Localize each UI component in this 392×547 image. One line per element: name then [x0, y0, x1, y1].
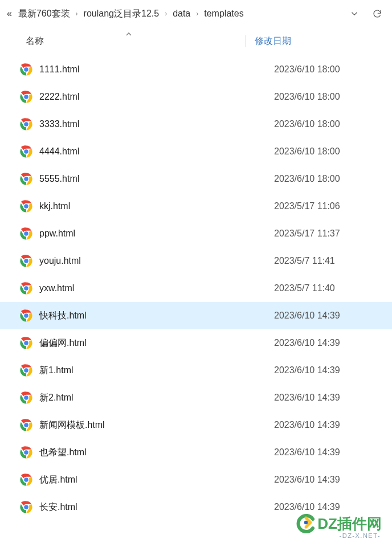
file-name-cell: 快科技.html	[20, 309, 265, 322]
file-name-label: 2222.html	[39, 92, 79, 102]
breadcrumb-overflow[interactable]: «	[7, 9, 13, 19]
file-date-label: 2023/6/10 14:39	[274, 447, 340, 457]
chrome-html-icon	[20, 200, 32, 213]
breadcrumb-item-3[interactable]: templates	[204, 9, 243, 19]
file-date-label: 2023/6/10 14:39	[274, 475, 340, 484]
svg-point-38	[24, 395, 28, 399]
file-name-label: 新2.html	[39, 392, 74, 404]
file-name-cell: 1111.html	[20, 63, 265, 76]
column-header-date[interactable]: 修改日期	[245, 35, 392, 47]
file-name-cell: 3333.html	[20, 118, 265, 130]
file-name-cell: 长安.html	[20, 501, 265, 513]
file-row[interactable]: 快科技.html2023/6/10 14:39	[0, 302, 392, 329]
svg-point-29	[24, 313, 28, 317]
file-name-label: 3333.html	[39, 119, 79, 129]
svg-point-5	[24, 95, 28, 99]
file-row[interactable]: 偏偏网.html2023/6/10 14:39	[0, 329, 392, 357]
file-date-cell: 2023/6/10 18:00	[265, 174, 392, 184]
file-date-label: 2023/6/10 18:00	[274, 146, 340, 156]
file-row[interactable]: 新1.html2023/6/10 14:39	[0, 357, 392, 384]
file-name-label: 新闻网模板.html	[39, 419, 105, 431]
file-name-label: 4444.html	[39, 146, 79, 157]
chrome-html-icon	[20, 118, 32, 130]
file-row[interactable]: ppw.html2023/5/17 11:37	[0, 220, 392, 247]
chevron-up-icon	[125, 31, 132, 38]
file-date-label: 2023/6/10 18:00	[274, 174, 340, 183]
file-name-cell: 优居.html	[20, 473, 265, 486]
file-date-cell: 2023/6/10 18:00	[265, 64, 392, 75]
svg-point-14	[24, 177, 28, 181]
file-date-cell: 2023/6/10 14:39	[265, 365, 392, 375]
file-name-label: 新1.html	[39, 365, 74, 377]
file-date-label: 2023/5/7 11:41	[274, 256, 335, 266]
file-row[interactable]: 2222.html2023/6/10 18:00	[0, 83, 392, 111]
file-row[interactable]: yxw.html2023/5/7 11:40	[0, 275, 392, 302]
file-date-label: 2023/5/7 11:40	[274, 283, 335, 293]
file-date-cell: 2023/6/10 14:39	[265, 420, 392, 430]
chrome-html-icon	[20, 255, 32, 267]
file-row[interactable]: 4444.html2023/6/10 18:00	[0, 138, 392, 165]
breadcrumb: « 最新760套装 › roulang泛目录12.5 › data › temp…	[7, 8, 340, 20]
file-date-label: 2023/6/10 14:39	[274, 338, 340, 348]
file-date-label: 2023/6/10 18:00	[274, 119, 340, 129]
address-bar: « 最新760套装 › roulang泛目录12.5 › data › temp…	[0, 0, 392, 27]
breadcrumb-sep: ›	[196, 10, 198, 18]
refresh-icon	[372, 9, 382, 19]
file-row[interactable]: 新2.html2023/6/10 14:39	[0, 384, 392, 411]
column-header-date-label: 修改日期	[255, 35, 291, 47]
file-name-cell: 新1.html	[20, 364, 265, 377]
watermark-text: DZ插件网	[317, 514, 382, 534]
svg-point-2	[24, 67, 28, 71]
breadcrumb-item-1[interactable]: roulang泛目录12.5	[84, 8, 160, 20]
breadcrumb-sep: ›	[76, 10, 78, 18]
file-name-cell: 4444.html	[20, 145, 265, 158]
svg-point-32	[24, 341, 28, 345]
file-row[interactable]: kkj.html2023/5/17 11:06	[0, 193, 392, 220]
file-date-label: 2023/6/10 14:39	[274, 393, 340, 402]
file-name-label: 快科技.html	[39, 310, 87, 322]
file-row[interactable]: 优居.html2023/6/10 14:39	[0, 466, 392, 493]
file-row[interactable]: youju.html2023/5/7 11:41	[0, 247, 392, 275]
file-name-label: 长安.html	[39, 501, 77, 513]
file-date-cell: 2023/6/10 14:39	[265, 338, 392, 348]
svg-point-51	[304, 521, 308, 524]
file-date-cell: 2023/6/10 18:00	[265, 92, 392, 102]
file-name-label: ppw.html	[39, 228, 75, 239]
file-date-cell: 2023/6/10 14:39	[265, 502, 392, 512]
file-name-cell: 新闻网模板.html	[20, 419, 265, 431]
history-dropdown-button[interactable]	[346, 6, 362, 22]
file-name-cell: kkj.html	[20, 200, 265, 213]
file-name-label: 也希望.html	[39, 447, 87, 459]
file-date-label: 2023/6/10 18:00	[274, 64, 340, 74]
file-date-label: 2023/5/17 11:06	[274, 201, 340, 211]
refresh-button[interactable]	[369, 6, 385, 22]
chrome-html-icon	[20, 63, 32, 76]
chrome-html-icon	[20, 501, 32, 513]
chrome-html-icon	[20, 446, 32, 459]
file-row[interactable]: 新闻网模板.html2023/6/10 14:39	[0, 411, 392, 439]
chrome-html-icon	[20, 309, 32, 322]
breadcrumb-item-0[interactable]: 最新760套装	[18, 8, 70, 20]
sort-indicator	[125, 30, 132, 36]
breadcrumb-item-2[interactable]: data	[173, 9, 190, 19]
file-name-label: yxw.html	[39, 283, 74, 293]
file-date-label: 2023/6/10 14:39	[274, 311, 340, 320]
chrome-html-icon	[20, 419, 32, 431]
file-row[interactable]: 1111.html2023/6/10 18:00	[0, 56, 392, 83]
file-row[interactable]: 3333.html2023/6/10 18:00	[0, 111, 392, 138]
chevron-down-icon	[349, 9, 360, 19]
file-row[interactable]: 也希望.html2023/6/10 14:39	[0, 439, 392, 466]
svg-point-20	[24, 231, 28, 235]
file-date-cell: 2023/5/17 11:37	[265, 228, 392, 239]
file-date-cell: 2023/5/7 11:41	[265, 256, 392, 266]
file-name-cell: 2222.html	[20, 91, 265, 103]
file-date-cell: 2023/6/10 18:00	[265, 146, 392, 157]
column-header-name[interactable]: 名称	[0, 35, 245, 47]
chrome-html-icon	[20, 173, 32, 185]
file-date-label: 2023/5/17 11:37	[274, 228, 340, 238]
svg-point-35	[24, 368, 28, 372]
file-row[interactable]: 5555.html2023/6/10 18:00	[0, 165, 392, 193]
file-name-cell: 新2.html	[20, 391, 265, 404]
column-headers: 名称 修改日期	[0, 27, 392, 56]
svg-point-44	[24, 450, 28, 454]
